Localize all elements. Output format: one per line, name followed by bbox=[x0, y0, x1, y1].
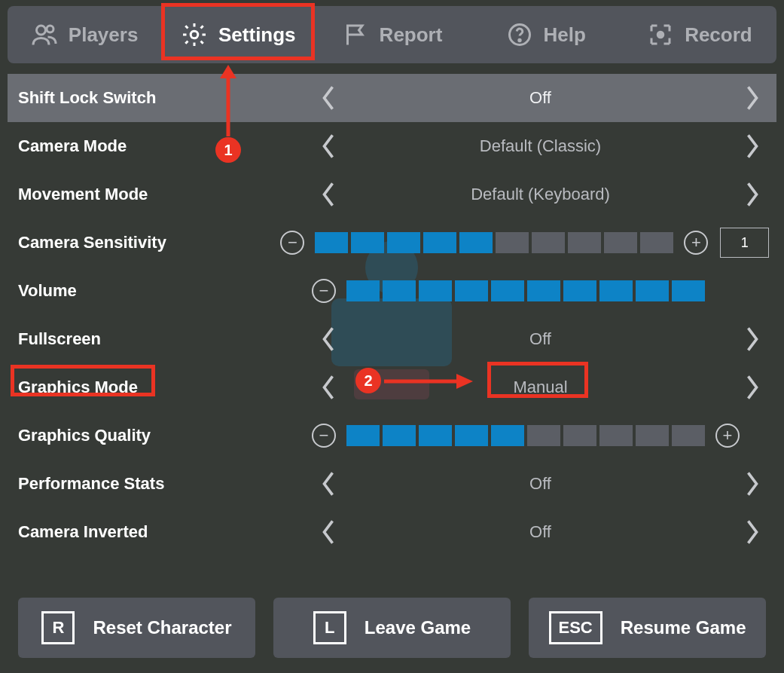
setting-value: Off bbox=[345, 88, 736, 108]
record-icon bbox=[647, 21, 674, 48]
sensitivity-value-box[interactable]: 1 bbox=[720, 228, 769, 258]
row-camera-inverted: Camera Inverted Off bbox=[8, 508, 776, 556]
flag-icon bbox=[342, 21, 369, 48]
tab-label: Help bbox=[544, 23, 586, 47]
next-option[interactable] bbox=[736, 467, 769, 500]
svg-point-5 bbox=[657, 32, 664, 38]
setting-label: Camera Sensitivity bbox=[18, 233, 280, 252]
row-graphics-mode: Graphics Mode Manual bbox=[8, 363, 776, 411]
players-icon bbox=[31, 21, 58, 48]
row-fullscreen: Fullscreen Off bbox=[8, 315, 776, 363]
setting-label: Volume bbox=[18, 281, 312, 301]
setting-value: Off bbox=[345, 522, 736, 542]
reset-character-button[interactable]: R Reset Character bbox=[18, 598, 255, 658]
next-option[interactable] bbox=[736, 130, 769, 163]
keycap: ESC bbox=[549, 611, 602, 644]
row-shift-lock: Shift Lock Switch Off bbox=[8, 74, 776, 122]
setting-label: Graphics Mode bbox=[18, 378, 312, 397]
svg-point-2 bbox=[191, 31, 198, 38]
button-label: Reset Character bbox=[93, 617, 231, 638]
increase-button[interactable]: + bbox=[715, 424, 740, 448]
prev-option[interactable] bbox=[312, 371, 345, 404]
svg-point-0 bbox=[36, 26, 45, 35]
settings-list: Shift Lock Switch Off Camera Mode Defaul… bbox=[8, 74, 776, 556]
quality-slider[interactable] bbox=[346, 425, 705, 446]
prev-option[interactable] bbox=[312, 467, 345, 500]
tab-label: Settings bbox=[218, 23, 296, 47]
tab-label: Report bbox=[380, 23, 443, 47]
row-volume: Volume − bbox=[8, 267, 776, 315]
button-label: Resume Game bbox=[621, 617, 746, 638]
prev-option[interactable] bbox=[312, 323, 345, 356]
row-graphics-quality: Graphics Quality − + bbox=[8, 411, 776, 460]
sensitivity-slider[interactable] bbox=[315, 232, 673, 253]
next-option[interactable] bbox=[736, 371, 769, 404]
next-option[interactable] bbox=[736, 515, 769, 549]
next-option[interactable] bbox=[736, 81, 769, 115]
gear-icon bbox=[181, 21, 208, 48]
next-option[interactable] bbox=[736, 323, 769, 356]
volume-slider[interactable] bbox=[346, 280, 705, 301]
keycap: R bbox=[41, 611, 75, 644]
prev-option[interactable] bbox=[312, 515, 345, 549]
setting-label: Camera Inverted bbox=[18, 522, 312, 542]
next-option[interactable] bbox=[736, 178, 769, 211]
setting-value: Default (Keyboard) bbox=[345, 185, 736, 204]
tab-settings[interactable]: Settings bbox=[161, 6, 315, 63]
prev-option[interactable] bbox=[312, 81, 345, 115]
tab-report[interactable]: Report bbox=[315, 6, 468, 63]
decrease-button[interactable]: − bbox=[312, 424, 336, 448]
setting-value: Manual bbox=[345, 378, 736, 397]
prev-option[interactable] bbox=[312, 178, 345, 211]
keycap: L bbox=[313, 611, 346, 644]
setting-value: Off bbox=[345, 329, 736, 349]
svg-point-4 bbox=[518, 39, 520, 41]
button-label: Leave Game bbox=[365, 617, 471, 638]
tab-label: Record bbox=[685, 23, 752, 47]
tab-help[interactable]: Help bbox=[469, 6, 623, 63]
tab-players[interactable]: Players bbox=[8, 6, 161, 63]
tab-label: Players bbox=[69, 23, 139, 47]
row-movement-mode: Movement Mode Default (Keyboard) bbox=[8, 170, 776, 219]
setting-label: Graphics Quality bbox=[18, 426, 312, 445]
menu-tabbar: Players Settings Report Help bbox=[8, 6, 776, 63]
setting-label: Camera Mode bbox=[18, 136, 312, 156]
row-camera-mode: Camera Mode Default (Classic) bbox=[8, 122, 776, 170]
row-camera-sensitivity: Camera Sensitivity − + 1 bbox=[8, 219, 776, 267]
setting-value: Off bbox=[345, 474, 736, 494]
tab-record[interactable]: Record bbox=[623, 6, 776, 63]
bottom-button-bar: R Reset Character L Leave Game ESC Resum… bbox=[18, 598, 766, 658]
setting-value: Default (Classic) bbox=[345, 136, 736, 156]
decrease-button[interactable]: − bbox=[312, 279, 336, 303]
help-icon bbox=[506, 21, 533, 48]
setting-label: Movement Mode bbox=[18, 185, 312, 204]
resume-game-button[interactable]: ESC Resume Game bbox=[529, 598, 766, 658]
decrease-button[interactable]: − bbox=[280, 231, 304, 255]
row-performance-stats: Performance Stats Off bbox=[8, 460, 776, 508]
svg-point-1 bbox=[47, 26, 53, 32]
setting-label: Fullscreen bbox=[18, 329, 312, 349]
prev-option[interactable] bbox=[312, 130, 345, 163]
increase-button[interactable]: + bbox=[684, 231, 708, 255]
setting-label: Shift Lock Switch bbox=[18, 88, 312, 108]
leave-game-button[interactable]: L Leave Game bbox=[273, 598, 511, 658]
setting-label: Performance Stats bbox=[18, 474, 312, 494]
